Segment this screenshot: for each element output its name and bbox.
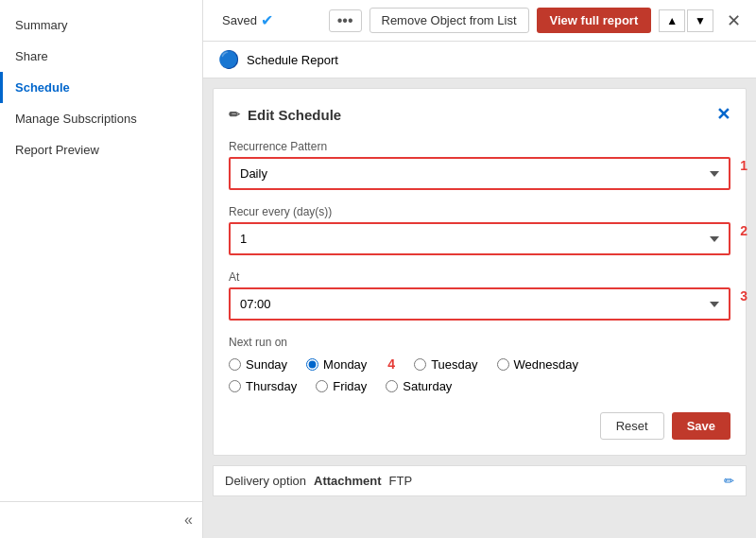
nav-up-button[interactable]: ▲ xyxy=(659,9,685,32)
remove-object-button[interactable]: Remove Object from List xyxy=(369,8,529,33)
nav-down-button[interactable]: ▼ xyxy=(687,9,713,32)
more-options-button[interactable]: ••• xyxy=(329,9,362,32)
form-buttons: Reset Save xyxy=(229,412,730,440)
radio-wednesday[interactable]: Wednesday xyxy=(497,357,578,372)
pencil-icon: ✏ xyxy=(229,107,240,122)
friday-label: Friday xyxy=(333,379,367,393)
recurrence-pattern-group: Recurrence Pattern Daily Weekly Monthly … xyxy=(229,140,730,190)
nav-buttons: ▲ ▼ xyxy=(659,9,713,32)
edit-schedule-header: ✏ Edit Schedule ✕ xyxy=(229,104,730,125)
saturday-label: Saturday xyxy=(403,379,452,393)
schedule-report-header: 🔵 Schedule Report xyxy=(203,42,756,78)
view-full-report-button[interactable]: View full report xyxy=(537,8,652,33)
sidebar-item-schedule[interactable]: Schedule xyxy=(0,72,202,103)
saved-status: Saved ✔ xyxy=(222,11,273,29)
schedule-header-icon: 🔵 xyxy=(218,49,239,70)
recur-every-label: Recur every (day(s)) xyxy=(229,205,730,218)
thursday-label: Thursday xyxy=(246,379,297,393)
number-label-4: 4 xyxy=(387,356,395,372)
radio-tuesday[interactable]: Tuesday xyxy=(414,357,477,372)
sidebar-nav: Summary Share Schedule Manage Subscripti… xyxy=(0,0,202,501)
sidebar-item-share[interactable]: Share xyxy=(0,41,202,72)
tuesday-label: Tuesday xyxy=(431,357,477,372)
recur-every-group: Recur every (day(s)) 1 2 3 2 xyxy=(229,205,730,255)
recur-every-select[interactable]: 1 2 3 xyxy=(229,222,730,255)
next-run-on-group: Next run on Sunday Monday 4 xyxy=(229,336,730,393)
edit-schedule-title-text: Edit Schedule xyxy=(248,107,341,123)
number-label-3: 3 xyxy=(740,288,747,304)
number-label-1: 1 xyxy=(740,158,747,173)
schedule-report-label: Schedule Report xyxy=(247,53,338,67)
number-label-2: 2 xyxy=(740,223,747,238)
toolbar: Saved ✔ ••• Remove Object from List View… xyxy=(203,0,756,42)
page-area: 🔵 Schedule Report ✏ Edit Schedule ✕ Recu… xyxy=(203,42,756,538)
saved-check-icon: ✔ xyxy=(261,11,273,29)
next-run-on-row1: Sunday Monday 4 Tuesday xyxy=(229,356,730,372)
sidebar-item-summary[interactable]: Summary xyxy=(0,9,202,41)
radio-saturday[interactable]: Saturday xyxy=(386,379,452,393)
delivery-edit-icon[interactable]: ✏ xyxy=(724,474,734,488)
wednesday-label: Wednesday xyxy=(514,357,578,372)
delivery-option-value: Attachment xyxy=(314,474,382,488)
next-run-on-label: Next run on xyxy=(229,336,730,349)
delivery-option-extra: FTP xyxy=(389,474,413,488)
reset-button[interactable]: Reset xyxy=(600,412,664,440)
sunday-label: Sunday xyxy=(246,357,287,372)
close-button[interactable]: ✕ xyxy=(721,9,747,33)
radio-thursday[interactable]: Thursday xyxy=(229,379,297,393)
radio-monday[interactable]: Monday xyxy=(306,357,367,372)
sidebar-item-report-preview[interactable]: Report Preview xyxy=(0,134,202,165)
main-content: Saved ✔ ••• Remove Object from List View… xyxy=(203,0,756,538)
next-run-on-row2: Thursday Friday Saturday xyxy=(229,379,730,393)
at-time-label: At xyxy=(229,270,730,284)
delivery-row: Delivery option Attachment FTP ✏ xyxy=(213,465,747,496)
at-time-group: At 07:00 08:00 09:00 3 xyxy=(229,270,730,321)
radio-friday[interactable]: Friday xyxy=(316,379,367,393)
delivery-option-label: Delivery option xyxy=(225,474,306,488)
sidebar: Summary Share Schedule Manage Subscripti… xyxy=(0,0,203,538)
recurrence-pattern-select[interactable]: Daily Weekly Monthly Once xyxy=(229,157,730,190)
save-button[interactable]: Save xyxy=(672,412,730,440)
at-time-select[interactable]: 07:00 08:00 09:00 xyxy=(229,287,730,321)
radio-sunday[interactable]: Sunday xyxy=(229,357,287,372)
edit-schedule-panel: ✏ Edit Schedule ✕ Recurrence Pattern Dai… xyxy=(213,88,747,456)
sidebar-item-manage-subscriptions[interactable]: Manage Subscriptions xyxy=(0,103,202,134)
monday-label: Monday xyxy=(323,357,367,372)
recurrence-pattern-label: Recurrence Pattern xyxy=(229,140,730,153)
sidebar-collapse-button[interactable]: « xyxy=(0,501,202,538)
edit-schedule-title: ✏ Edit Schedule xyxy=(229,107,341,123)
edit-schedule-close-icon[interactable]: ✕ xyxy=(716,104,730,125)
